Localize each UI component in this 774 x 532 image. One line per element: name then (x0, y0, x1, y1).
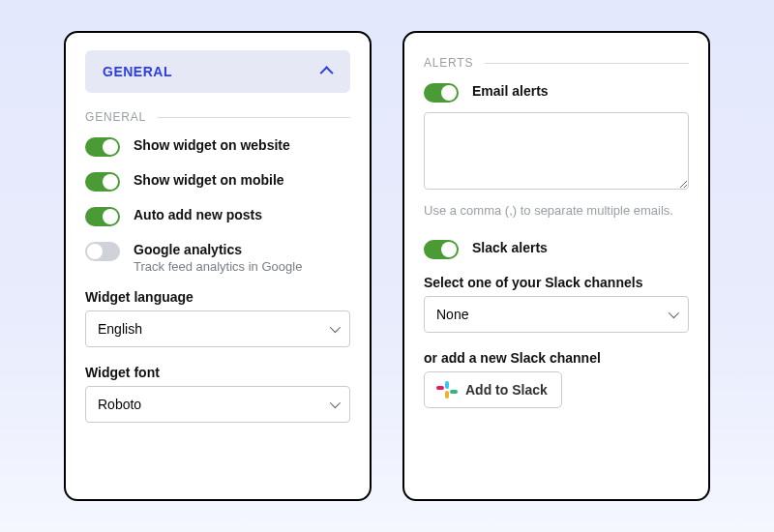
toggle-auto-add-posts[interactable] (85, 207, 120, 226)
toggle-label: Google analytics (134, 242, 350, 257)
toggle-row-google-analytics: Google analytics Track feed analytics in… (85, 242, 350, 274)
divider (485, 63, 689, 64)
accordion-header-general[interactable]: GENERAL (85, 50, 350, 93)
toggle-label: Show widget on website (134, 137, 350, 153)
slack-channel-select[interactable]: None (424, 296, 689, 333)
chevron-up-icon (320, 66, 334, 79)
section-label: GENERAL (85, 110, 146, 124)
widget-font-select[interactable]: Roboto (85, 386, 350, 423)
toggle-row-email-alerts: Email alerts (424, 83, 689, 103)
section-label: ALERTS (424, 56, 473, 70)
chevron-down-icon (669, 307, 679, 317)
section-legend-alerts: ALERTS (424, 56, 689, 70)
email-helper-text: Use a comma (,) to separate multiple ema… (424, 201, 689, 221)
widget-font-label: Widget font (85, 365, 350, 380)
select-value: None (436, 307, 468, 322)
toggle-label: Slack alerts (472, 240, 689, 255)
alerts-settings-panel: ALERTS Email alerts Use a comma (,) to s… (402, 31, 710, 501)
widget-language-select[interactable]: English (85, 310, 350, 347)
chevron-down-icon (330, 398, 341, 408)
general-settings-panel: GENERAL GENERAL Show widget on website S… (64, 31, 372, 501)
widget-language-label: Widget language (85, 289, 350, 305)
chevron-down-icon (330, 322, 341, 333)
select-value: English (98, 321, 142, 337)
slack-icon (438, 381, 456, 399)
add-to-slack-button[interactable]: Add to Slack (424, 371, 562, 408)
toggle-row-slack-alerts: Slack alerts (424, 240, 689, 259)
toggle-slack-alerts[interactable] (424, 240, 459, 259)
toggle-label: Auto add new posts (134, 207, 350, 222)
toggle-label: Show widget on mobile (134, 172, 350, 188)
toggle-show-widget-mobile[interactable] (85, 172, 120, 192)
section-legend-general: GENERAL (85, 110, 350, 124)
accordion-title: GENERAL (103, 64, 172, 79)
toggle-show-widget-website[interactable] (85, 137, 120, 157)
toggle-google-analytics[interactable] (85, 242, 120, 261)
slack-add-channel-label: or add a new Slack channel (424, 350, 689, 366)
select-value: Roboto (98, 397, 141, 412)
toggle-label: Email alerts (472, 83, 689, 99)
toggle-sublabel: Track feed analytics in Google (134, 259, 350, 274)
slack-channel-select-label: Select one of your Slack channels (424, 275, 689, 290)
divider (158, 117, 350, 118)
button-label: Add to Slack (465, 382, 548, 398)
toggle-row-auto-add-posts: Auto add new posts (85, 207, 350, 226)
toggle-row-show-widget-website: Show widget on website (85, 137, 350, 157)
toggle-email-alerts[interactable] (424, 83, 459, 103)
toggle-row-show-widget-mobile: Show widget on mobile (85, 172, 350, 192)
email-alerts-input[interactable] (424, 112, 689, 190)
